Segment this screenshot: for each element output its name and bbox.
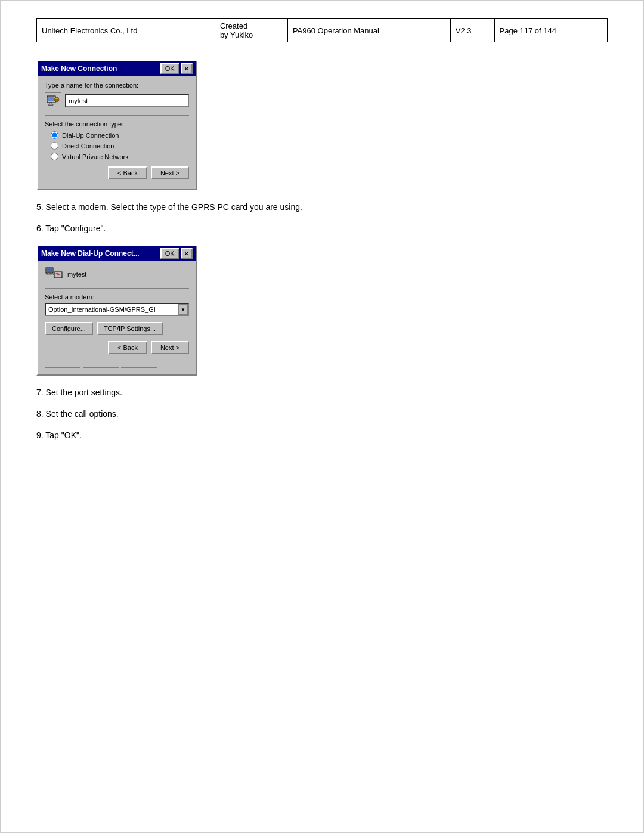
dialog2-ok-button[interactable]: OK <box>160 248 179 259</box>
dialog1-radio-group: Dial-Up Connection Direct Connection Vir… <box>51 131 189 160</box>
dialup-icon <box>45 267 64 283</box>
radio-vpn[interactable]: Virtual Private Network <box>51 153 189 160</box>
created-cell: Created by Yukiko <box>215 19 287 42</box>
dialog1-buttons: < Back Next > <box>45 166 189 183</box>
dialog2-next-button[interactable]: Next > <box>151 341 189 354</box>
manual-cell: PA960 Operation Manual <box>287 19 450 42</box>
tcpip-settings-button[interactable]: TCP/IP Settings... <box>97 322 163 335</box>
dialog1-title-buttons: OK × <box>160 63 193 74</box>
connection-name-input[interactable] <box>65 94 189 107</box>
dialog2-separator1 <box>45 288 189 289</box>
dialog1-titlebar: Make New Connection OK × <box>38 61 196 76</box>
version-cell: V2.3 <box>450 19 494 42</box>
dialog2-body: mytest Select a modem: Option_Internatio… <box>38 261 196 374</box>
instruction-9: 9. Tap "OK". <box>36 431 608 440</box>
svg-rect-1 <box>48 97 54 101</box>
instruction-5: 5. Select a modem. Select the type of th… <box>36 202 608 212</box>
instruction-6: 6. Tap "Configure". <box>36 224 608 233</box>
dialog1-name-prompt: Type a name for the connection: <box>45 82 189 89</box>
svg-rect-2 <box>49 103 52 104</box>
svg-rect-3 <box>48 104 53 106</box>
dialog1-name-row: ✉ <box>45 92 189 109</box>
dialog2-modem-select-wrapper: Option_International-GSM/GPRS_GI ▼ <box>45 303 189 316</box>
svg-text:✉: ✉ <box>55 98 58 102</box>
svg-rect-8 <box>48 273 50 274</box>
dialog1-next-button[interactable]: Next > <box>151 166 189 179</box>
dialog1-body: Type a name for the connection: ✉ Select… <box>38 76 196 189</box>
dialog2-close-button[interactable]: × <box>181 248 193 259</box>
instruction-7: 7. Set the port settings. <box>36 388 608 397</box>
svg-rect-7 <box>47 268 52 272</box>
make-new-connection-dialog: Make New Connection OK × Type a name for… <box>36 60 197 190</box>
dialog2-bottom-deco <box>45 364 189 368</box>
svg-rect-9 <box>47 274 51 275</box>
configure-button[interactable]: Configure... <box>45 322 93 335</box>
dialog2-config-buttons: Configure... TCP/IP Settings... <box>45 322 189 335</box>
dialog1-close-button[interactable]: × <box>181 63 193 74</box>
radio-dialup[interactable]: Dial-Up Connection <box>51 131 189 139</box>
page-container: Unitech Electronics Co., Ltd Created by … <box>0 0 644 833</box>
dialog2-back-button[interactable]: < Back <box>108 341 147 354</box>
dialog1-title: Make New Connection <box>41 64 117 73</box>
dialog2-title-buttons: OK × <box>160 248 193 259</box>
make-new-dialup-dialog: Make New Dial-Up Connect... OK × <box>36 245 197 376</box>
dialog2-connection-name: mytest <box>67 271 86 278</box>
dialog1-separator1 <box>45 115 189 116</box>
dialog1-ok-button[interactable]: OK <box>160 63 179 74</box>
company-cell: Unitech Electronics Co., Ltd <box>37 19 215 42</box>
dialog2-buttons: < Back Next > <box>45 341 189 358</box>
radio-direct[interactable]: Direct Connection <box>51 142 189 150</box>
dialog1-back-button[interactable]: < Back <box>108 166 147 179</box>
page-info-cell: Page 117 of 144 <box>494 19 607 42</box>
dialog2-modem-select[interactable]: Option_International-GSM/GPRS_GI <box>45 303 189 316</box>
dialog1-type-prompt: Select the connection type: <box>45 120 189 128</box>
dialog2-name-row: mytest <box>45 267 189 283</box>
connection-icon: ✉ <box>45 92 61 109</box>
dialog2-titlebar: Make New Dial-Up Connect... OK × <box>38 246 196 261</box>
dialog2-title: Make New Dial-Up Connect... <box>41 249 140 258</box>
header-table: Unitech Electronics Co., Ltd Created by … <box>36 18 608 42</box>
instruction-8: 8. Set the call options. <box>36 409 608 419</box>
dialog2-modem-label: Select a modem: <box>45 293 189 301</box>
